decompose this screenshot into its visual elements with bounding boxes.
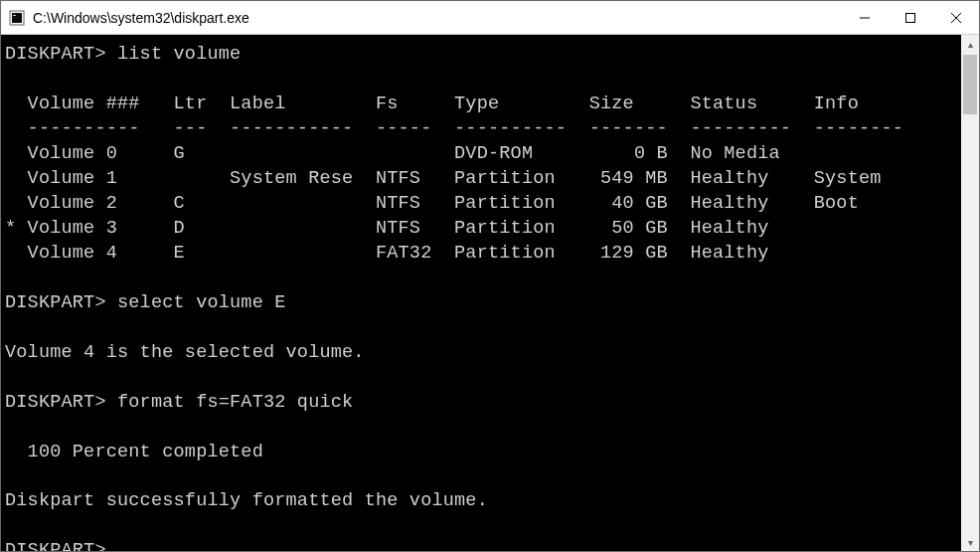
svg-rect-2 xyxy=(13,15,16,16)
titlebar[interactable]: C:\Windows\system32\diskpart.exe xyxy=(1,1,979,35)
client-area: DISKPART> list volume Volume ### Ltr Lab… xyxy=(1,35,979,551)
scroll-thumb[interactable] xyxy=(963,55,977,114)
maximize-button[interactable] xyxy=(888,1,933,35)
scroll-down-arrow-icon[interactable]: ▾ xyxy=(961,533,979,551)
svg-rect-1 xyxy=(12,13,22,23)
minimize-button[interactable] xyxy=(842,1,888,35)
vertical-scrollbar[interactable]: ▴ ▾ xyxy=(961,35,979,551)
window-title: C:\Windows\system32\diskpart.exe xyxy=(33,10,249,26)
app-icon xyxy=(9,10,25,26)
terminal-output[interactable]: DISKPART> list volume Volume ### Ltr Lab… xyxy=(1,35,961,551)
close-button[interactable] xyxy=(933,1,979,35)
svg-rect-4 xyxy=(906,13,915,22)
scroll-up-arrow-icon[interactable]: ▴ xyxy=(961,35,979,53)
console-window: C:\Windows\system32\diskpart.exe DISKPAR… xyxy=(0,0,980,552)
